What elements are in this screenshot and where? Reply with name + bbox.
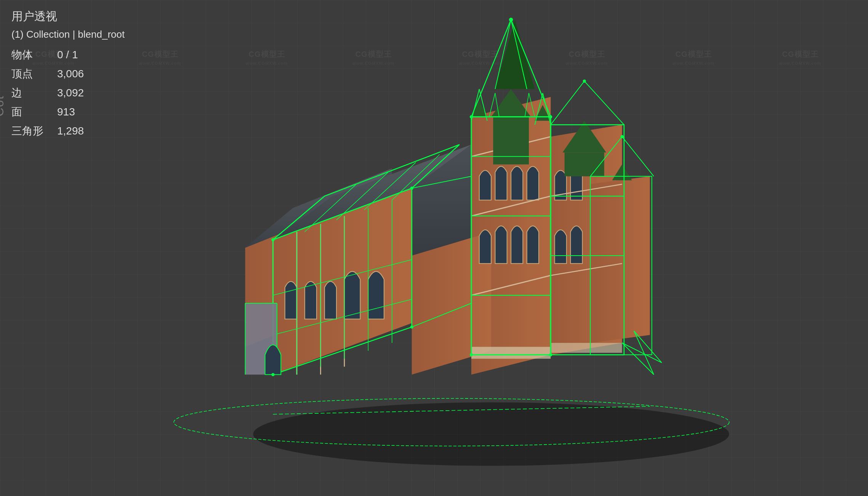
sec-tower-win-2 xyxy=(570,226,582,264)
window-nave-3 xyxy=(325,282,336,319)
wf-sec-spire-r xyxy=(585,81,624,125)
tower-win-3 xyxy=(511,226,523,264)
window-nave-2 xyxy=(305,282,317,319)
wf-node-rt-spire xyxy=(620,135,623,138)
wf-scaffold-2 xyxy=(634,331,662,363)
deco-spire-1 xyxy=(471,101,487,117)
model-viewport[interactable] xyxy=(114,15,868,496)
wf-scaffold-4 xyxy=(634,331,654,375)
tower-base-trim xyxy=(471,347,551,358)
stat-row-triangle: 三角形 1,298 xyxy=(11,126,84,136)
wf-node-nave-br xyxy=(410,325,413,328)
church-model-svg xyxy=(114,15,868,496)
wf-node-nave-tl xyxy=(271,238,274,241)
wf-node-3 xyxy=(470,353,473,356)
tower-win-upper-3 xyxy=(511,166,523,200)
stat-row-object: 物体 0 / 1 xyxy=(11,50,84,60)
tower-win-upper-1 xyxy=(479,170,491,200)
stat-value-edge: 3,092 xyxy=(57,88,84,98)
stat-value-object: 0 / 1 xyxy=(57,50,78,60)
tower-win-upper-4 xyxy=(527,166,539,200)
small-tower-front xyxy=(590,176,650,343)
wf-node-nave-bl xyxy=(271,373,274,376)
stat-row-face: 面 913 xyxy=(11,107,84,117)
window-nave-4 xyxy=(344,272,360,319)
stat-label-vertex: 顶点 xyxy=(11,69,46,79)
wf-scaffold-3 xyxy=(622,343,662,363)
main-spire-body xyxy=(493,117,529,165)
wf-node-spire-tip xyxy=(509,18,513,21)
stat-row-edge: 边 3,092 xyxy=(11,88,84,98)
stat-value-vertex: 3,006 xyxy=(57,69,84,79)
tower-win-2 xyxy=(495,226,507,264)
tower-win-1 xyxy=(479,230,491,263)
wf-node-nave-tr xyxy=(410,187,413,190)
stat-label-triangle: 三角形 xyxy=(11,126,46,136)
side-label: Cot xyxy=(0,95,6,117)
stat-value-face: 913 xyxy=(57,107,75,117)
ground-shadow xyxy=(253,402,729,466)
tower-win-upper-2 xyxy=(495,166,507,200)
wf-sec-spire-l xyxy=(551,81,584,125)
wf-node-4 xyxy=(549,353,552,356)
wf-node-sec-spire xyxy=(583,80,586,83)
sec-tower-base-trim xyxy=(551,343,622,353)
entrance-arch xyxy=(265,345,281,374)
stats-panel: 物体 0 / 1 顶点 3,006 边 3,092 面 913 三角形 1,29… xyxy=(11,50,84,145)
sec-spire-body xyxy=(565,152,604,176)
stat-value-triangle: 1,298 xyxy=(57,126,84,136)
stat-label-face: 面 xyxy=(11,107,46,117)
stat-label-object: 物体 xyxy=(11,50,46,60)
main-spire-top xyxy=(491,89,531,117)
sec-tower-win-1 xyxy=(555,230,567,263)
tower-win-4 xyxy=(527,226,539,264)
wf-node-1 xyxy=(470,115,473,118)
stat-row-vertex: 顶点 3,006 xyxy=(11,69,84,79)
wf-node-2 xyxy=(549,115,552,118)
wf-rt-spire-r xyxy=(622,137,654,176)
window-nave-5 xyxy=(368,272,384,319)
window-nave-1 xyxy=(285,282,297,319)
stat-label-edge: 边 xyxy=(11,88,46,98)
